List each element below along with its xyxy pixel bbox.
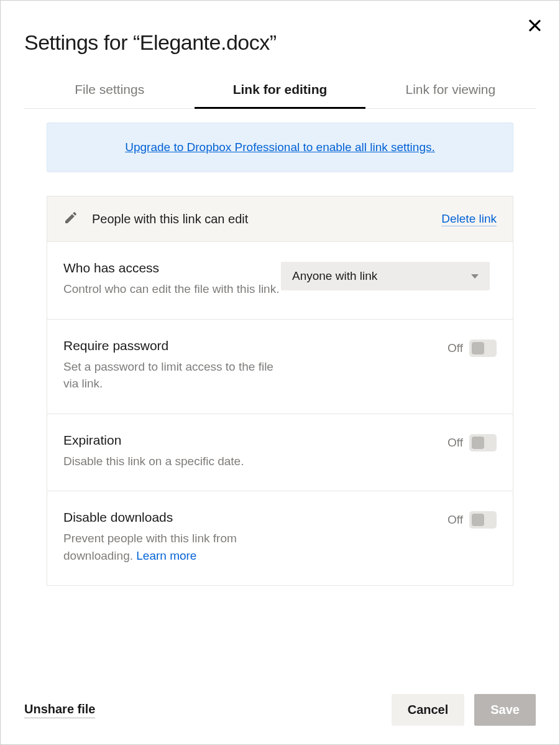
close-icon[interactable] [527,18,542,33]
setting-control: Off [448,434,497,451]
tab-link-editing[interactable]: Link for editing [195,73,365,108]
setting-desc: Control who can edit the file with this … [63,280,281,298]
setting-text: Who has access Control who can edit the … [63,261,281,298]
toggle-state-label: Off [448,436,463,450]
setting-desc: Set a password to limit access to the fi… [63,358,281,392]
tabs: File settings Link for editing Link for … [24,73,536,109]
panel-header: People with this link can edit Delete li… [47,197,513,242]
learn-more-link[interactable]: Learn more [136,549,196,562]
setting-desc: Prevent people with this link from downl… [63,530,281,564]
downloads-toggle[interactable] [469,511,497,529]
panel-header-label: People with this link can edit [92,212,441,226]
delete-link[interactable]: Delete link [441,212,497,226]
dialog-title: Settings for “Elegante.docx” [1,1,559,73]
setting-expiration: Expiration Disable this link on a specif… [47,414,513,492]
access-select[interactable]: Anyone with link [281,262,490,290]
chevron-down-icon [471,274,479,279]
setting-text: Require password Set a password to limit… [63,338,281,392]
password-toggle[interactable] [469,340,497,357]
link-panel: People with this link can edit Delete li… [47,196,513,586]
settings-modal: Settings for “Elegante.docx” File settin… [0,0,560,745]
toggle-knob [472,342,484,354]
tab-link-viewing[interactable]: Link for viewing [365,73,536,108]
toggle-state-label: Off [448,341,463,355]
pencil-icon [63,210,78,228]
setting-require-password: Require password Set a password to limit… [47,320,513,414]
setting-control: Off [448,511,497,529]
setting-disable-downloads: Disable downloads Prevent people with th… [47,491,513,585]
tab-file-settings[interactable]: File settings [24,73,195,108]
unshare-file-link[interactable]: Unshare file [24,702,95,718]
setting-title: Require password [63,338,281,353]
select-value: Anyone with link [292,269,377,283]
save-button[interactable]: Save [474,694,536,726]
setting-text: Expiration Disable this link on a specif… [63,433,281,470]
setting-title: Expiration [63,433,281,448]
expiration-toggle[interactable] [469,434,497,451]
setting-title: Who has access [63,261,281,275]
upgrade-link[interactable]: Upgrade to Dropbox Professional to enabl… [125,141,435,154]
dialog-footer: Unshare file Cancel Save [1,680,559,744]
setting-title: Disable downloads [63,510,281,525]
setting-desc: Disable this link on a specific date. [63,453,281,470]
toggle-knob [472,437,484,449]
setting-text: Disable downloads Prevent people with th… [63,510,281,564]
upgrade-banner: Upgrade to Dropbox Professional to enabl… [47,123,513,172]
setting-who-has-access: Who has access Control who can edit the … [47,242,513,320]
cancel-button[interactable]: Cancel [392,694,465,726]
toggle-knob [472,514,484,526]
toggle-state-label: Off [448,513,463,527]
setting-control: Off [448,340,497,357]
tab-content: Upgrade to Dropbox Professional to enabl… [1,109,559,680]
setting-control: Anyone with link [281,262,490,290]
